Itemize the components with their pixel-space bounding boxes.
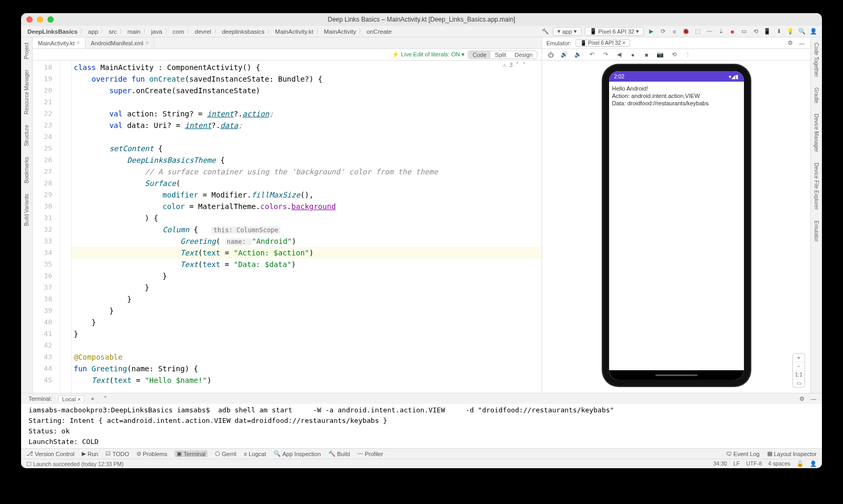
crumb[interactable]: devrel [193,28,213,35]
crumb[interactable]: MainActivity.kt [273,28,316,35]
build-icon[interactable]: 🔨 [541,27,550,36]
tool-device-manager[interactable]: Device Manager [813,111,819,155]
tab-main-activity[interactable]: MainActivity.kt× [33,37,85,48]
tab-logcat[interactable]: ≡ Logcat [244,451,266,457]
run-icon[interactable]: ▶ [647,27,655,36]
screenshot-icon[interactable]: 📷 [656,51,664,59]
tab-event-log[interactable]: 🗨 Event Log [726,450,760,457]
tab-app-inspection[interactable]: 🔍 App Inspection [273,450,321,457]
stop-icon[interactable]: ■ [728,27,737,36]
status-bar: ☐ Launch succeeded (today 12:33 PM) 34:3… [21,459,822,468]
tab-problems[interactable]: ⊘ Problems [136,450,167,457]
tool-device-file-explorer[interactable]: Device File Explorer [813,160,819,213]
live-edit-indicator[interactable]: ⚡ Live Edit of literals: ON ▾ [392,51,465,58]
crumb[interactable]: main [125,28,143,35]
tab-version-control[interactable]: ⎇ Version Control [26,450,74,457]
cursor-position[interactable]: 34:30 [713,460,727,467]
volume-up-icon[interactable]: 🔊 [560,51,568,59]
terminal-output[interactable]: iamsabs-macbookpro3:DeepLinksBasics iams… [21,404,822,448]
line-ending[interactable]: LF [733,460,740,467]
tab-layout-inspector[interactable]: ▦ Layout Inspector [767,450,817,457]
terminal-title: Terminal: [25,396,55,402]
more-icon[interactable]: ⋮ [683,51,692,59]
app-window: Deep Links Basics – MainActivity.kt [Dee… [21,13,822,468]
power-icon[interactable]: ⏻ [546,51,555,59]
tab-build[interactable]: 🔨 Build [328,450,350,457]
mode-split[interactable]: Split [491,51,510,58]
sync-icon[interactable]: ⟲ [751,27,760,36]
indent[interactable]: 4 spaces [768,460,790,467]
zoom-fit-icon[interactable]: ▭ [793,379,805,387]
code-editor[interactable]: ⚠ 3 ˄ ˅ 18192021222324252627282930313233… [33,61,542,393]
search-icon[interactable]: 🔍 [798,27,806,36]
rotate-left-icon[interactable]: ↶ [587,51,596,59]
tool-bookmarks[interactable]: Bookmarks [24,154,30,186]
inspection-icon[interactable]: 👤 [810,460,817,467]
crumb[interactable]: deeplinksbasics [220,28,267,35]
code-area[interactable]: class MainActivity : ComponentActivity()… [72,61,542,393]
device-frame: 2:02 ▾◢▮ Hello Android! Action: android.… [603,65,750,386]
apply-code-icon[interactable]: ≡ [670,27,679,36]
coverage-icon[interactable]: ⬚ [693,27,702,36]
close-tab-icon[interactable]: × [76,40,80,46]
crumb[interactable]: onCreate [365,28,394,35]
minimize-icon[interactable]: — [809,394,818,403]
back-icon[interactable]: ◀ [615,51,623,59]
crumb[interactable]: java [149,28,164,35]
close-tab-icon[interactable]: × [145,40,149,46]
tool-project[interactable]: Project [24,39,30,62]
crumb-project[interactable]: DeepLinksBasics [25,28,80,35]
overview-icon[interactable]: ■ [642,51,651,59]
device-status-icons: ▾◢▮ [729,74,739,80]
reload-icon[interactable]: ⟲ [670,51,678,59]
tool-build-variants[interactable]: Build Variants [24,191,30,229]
sdk-icon[interactable]: ⬇ [775,27,783,36]
tab-run[interactable]: ▶ Run [82,450,98,457]
crumb[interactable]: com [171,28,187,35]
pair-icon[interactable]: ▭ [740,27,748,36]
view-mode-segment[interactable]: Code Split Design [468,51,537,59]
crumb[interactable]: MainActivity [322,28,358,35]
debug-icon[interactable]: 🐞 [682,27,690,36]
encoding[interactable]: UTF-8 [746,460,762,467]
readonly-icon[interactable]: 🔓 [797,460,803,467]
new-session-icon[interactable]: + [87,396,97,402]
profiler-icon[interactable]: 〰 [705,27,713,36]
tab-manifest[interactable]: AndroidManifest.xml× [85,37,154,48]
tool-gradle[interactable]: Gradle [813,84,819,106]
volume-down-icon[interactable]: 🔉 [574,51,582,59]
home-icon[interactable]: ● [629,51,637,59]
device-selector[interactable]: 📱 Pixel 6 API 32 ▾ [585,27,644,36]
tip-icon[interactable]: 💡 [786,27,795,36]
run-config-selector[interactable]: ▾ app ▾ [553,27,581,36]
tab-profiler[interactable]: 〰 Profiler [357,451,383,457]
tab-terminal[interactable]: ▣ Terminal [174,450,208,457]
mode-code[interactable]: Code [468,51,491,58]
tab-todo[interactable]: ☑ TODO [105,450,129,457]
tab-gerrit[interactable]: ⬡ Gerrit [215,450,237,457]
avd-icon[interactable]: 📱 [763,27,771,36]
crumb[interactable]: app [86,28,100,35]
mode-design[interactable]: Design [511,51,537,58]
terminal-tabs: Terminal: Local × + ˅ ⚙ — [21,393,822,404]
zoom-ratio[interactable]: 1:1 [793,371,805,379]
tool-code-together[interactable]: Code Together [813,39,819,80]
minimize-icon[interactable]: — [798,39,806,47]
zoom-out-icon[interactable]: − [793,362,805,371]
tool-structure[interactable]: Structure [24,122,30,150]
tool-resource-manager[interactable]: Resource Manager [24,66,30,117]
attach-debugger-icon[interactable]: ⇣ [717,27,725,36]
rotate-right-icon[interactable]: ↷ [601,51,610,59]
tool-emulator[interactable]: Emulator [813,218,819,245]
zoom-in-icon[interactable]: + [793,354,805,362]
gutter-icons [60,61,72,393]
gear-icon[interactable]: ⚙ [798,394,806,403]
avatar-icon[interactable]: 👤 [809,27,818,36]
device-screen[interactable]: 2:02 ▾◢▮ Hello Android! Action: android.… [609,71,744,380]
emulator-device[interactable]: 📱 Pixel 6 API 32 × [575,39,630,47]
dropdown-icon[interactable]: ˅ [101,396,110,402]
gear-icon[interactable]: ⚙ [786,39,795,47]
apply-changes-icon[interactable]: ⟳ [659,27,667,36]
crumb[interactable]: src [106,28,119,35]
terminal-session-tab[interactable]: Local × [58,396,85,402]
